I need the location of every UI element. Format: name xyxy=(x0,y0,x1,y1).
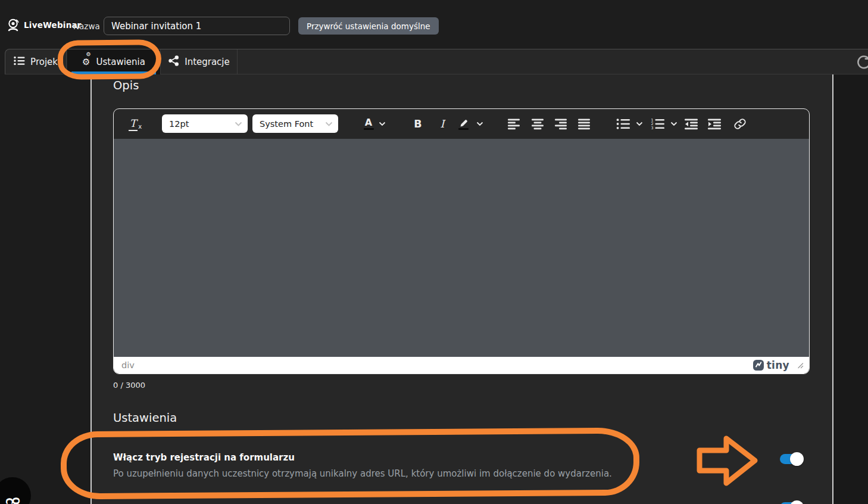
font-size-select[interactable]: 12pt xyxy=(162,114,248,133)
settings-heading: Ustawienia xyxy=(113,411,177,425)
char-counter: 0 / 3000 xyxy=(113,381,145,390)
align-right-button[interactable] xyxy=(554,117,568,131)
text-color-dropdown[interactable] xyxy=(378,117,386,131)
highlight-color-dropdown[interactable] xyxy=(476,117,484,131)
font-family-select[interactable]: System Font xyxy=(252,114,338,133)
gears-icon: ⚙⚙ xyxy=(82,58,91,67)
tab-label: Projekt xyxy=(30,57,61,67)
top-header: LiveWebinar Nazwa Przywróć ustawienia do… xyxy=(0,0,868,49)
setting-description: Po uzupełnieniu danych uczestnicy otrzym… xyxy=(113,468,612,479)
editor-canvas[interactable] xyxy=(114,139,809,357)
left-panel-area xyxy=(0,74,90,504)
editor-statusbar: div tiny xyxy=(114,357,809,374)
integrations-icon xyxy=(168,55,179,69)
list-icon xyxy=(14,56,25,68)
tab-integracje[interactable]: Integracje xyxy=(161,49,238,74)
align-center-button[interactable] xyxy=(530,117,545,131)
app-root: LiveWebinar Nazwa Przywróć ustawienia do… xyxy=(0,0,868,504)
numbered-list-dropdown[interactable] xyxy=(670,117,678,131)
tab-label: Ustawienia xyxy=(96,57,145,67)
rich-text-editor: Tx 12pt System Font A B I xyxy=(113,108,810,374)
resize-handle-icon[interactable] xyxy=(797,360,804,371)
webcam-logo-icon xyxy=(6,18,20,32)
right-panel-area xyxy=(833,74,868,504)
refresh-icon[interactable] xyxy=(855,54,868,71)
livewebinar-brand[interactable]: LiveWebinar xyxy=(6,18,82,32)
align-left-button[interactable] xyxy=(507,117,521,131)
opis-heading: Opis xyxy=(113,79,139,92)
restore-defaults-button[interactable]: Przywróć ustawienia domyślne xyxy=(298,17,439,35)
font-size-value: 12pt xyxy=(169,119,189,129)
element-path[interactable]: div xyxy=(121,360,135,370)
clear-formatting-button[interactable]: Tx xyxy=(127,117,143,131)
tiny-brand-text: tiny xyxy=(767,359,789,371)
font-family-value: System Font xyxy=(260,119,313,129)
tab-projekt[interactable]: Projekt xyxy=(9,49,67,74)
bullet-list-dropdown[interactable] xyxy=(635,117,644,131)
text-color-swatch xyxy=(364,128,374,130)
bold-button[interactable]: B xyxy=(410,117,426,131)
tab-bar: Projekt ⚙⚙ Ustawienia Integracje xyxy=(5,49,868,74)
toggle-knob xyxy=(790,452,804,466)
tiny-logo[interactable]: tiny xyxy=(753,359,789,371)
content-divider-left xyxy=(90,74,92,504)
tab-label: Integracje xyxy=(185,57,230,67)
link-button[interactable] xyxy=(732,117,748,131)
highlight-color-swatch xyxy=(458,128,469,130)
editor-toolbar: Tx 12pt System Font A B I xyxy=(114,109,809,139)
svg-text:3: 3 xyxy=(651,126,654,130)
content-divider-right xyxy=(832,74,833,504)
highlight-color-button[interactable] xyxy=(455,117,471,131)
webinar-name-input[interactable] xyxy=(104,17,290,35)
italic-button[interactable]: I xyxy=(436,117,449,131)
registration-toggle[interactable] xyxy=(780,454,802,464)
tab-ustawienia[interactable]: ⚙⚙ Ustawienia xyxy=(67,49,161,74)
justify-button[interactable] xyxy=(577,117,591,131)
indent-button[interactable] xyxy=(707,117,722,131)
outdent-button[interactable] xyxy=(684,117,698,131)
setting-title: Włącz tryb rejestracji na formularzu xyxy=(113,452,295,463)
text-color-button[interactable]: A xyxy=(361,117,376,131)
bullet-list-button[interactable] xyxy=(616,117,630,131)
name-label: Nazwa xyxy=(73,21,100,31)
numbered-list-button[interactable]: 123 xyxy=(651,117,665,131)
